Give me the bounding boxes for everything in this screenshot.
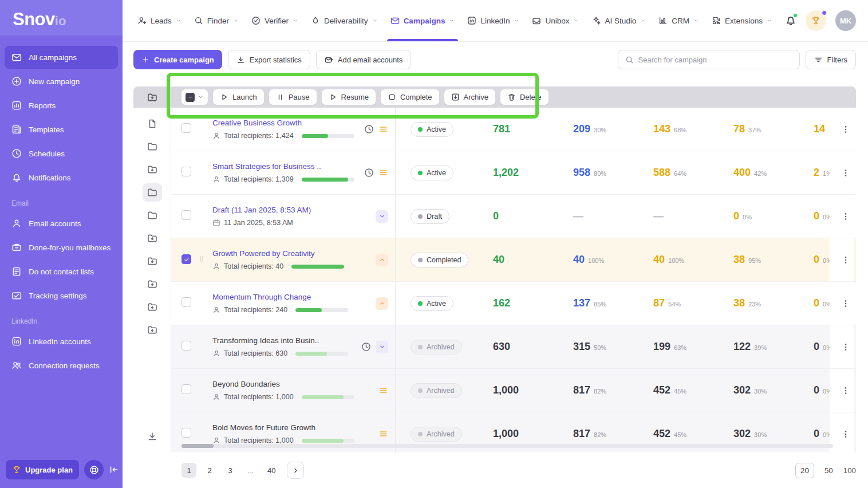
move-to-folder-button[interactable] [133, 86, 171, 108]
filters-button[interactable]: Filters [806, 50, 856, 69]
sidebar-item-email-accounts[interactable]: Email accounts [5, 212, 118, 235]
row-checkbox[interactable] [182, 384, 191, 394]
menu-icon[interactable] [378, 429, 388, 439]
folder-rail-item[interactable] [143, 275, 162, 293]
folder-rail-item[interactable] [143, 206, 162, 225]
sidebar-item-new-campaign[interactable]: New campaign [5, 70, 118, 93]
page-size-20[interactable]: 20 [795, 463, 814, 478]
sidebar-item-all-campaigns[interactable]: All campaigns [5, 46, 118, 69]
pagination-next-button[interactable] [287, 462, 304, 479]
campaign-name[interactable]: Growth Powered by Creativity [212, 249, 344, 258]
campaign-name[interactable]: Beyond Boundaries [212, 380, 354, 388]
search-input[interactable] [638, 56, 792, 64]
nav-item-leads[interactable]: Leads [137, 0, 182, 41]
nav-item-ai-studio[interactable]: AI Studio [591, 0, 646, 41]
collapse-sidebar-button[interactable] [109, 462, 119, 477]
row-kebab-menu-icon[interactable] [841, 125, 850, 134]
linkedin-icon [11, 336, 22, 347]
collapse-button[interactable] [376, 297, 388, 310]
rail-archive-button[interactable] [143, 427, 162, 446]
sidebar-item-tracking-settings[interactable]: Tracking settings [5, 284, 118, 307]
page-button[interactable]: 3 [223, 463, 238, 478]
campaign-name[interactable]: Draft (11 Jan 2025, 8:53 AM) [212, 206, 311, 214]
campaign-name[interactable]: Transforming Ideas into Busin.. [212, 336, 348, 345]
scrollbar-thumb[interactable] [182, 444, 214, 448]
row-kebab-menu-icon[interactable] [841, 212, 850, 221]
nav-item-finder[interactable]: Finder [194, 0, 239, 41]
folder-rail-item[interactable] [143, 252, 162, 270]
folder-rail-item[interactable] [143, 115, 162, 133]
delete-button[interactable]: Delete [500, 89, 549, 105]
folder-rail-item[interactable] [143, 160, 162, 179]
sidebar-item-do-not-contact-lists[interactable]: Do not contact lists [5, 260, 118, 283]
sidebar-item-templates[interactable]: Templates [5, 118, 118, 141]
select-all-checkbox[interactable] [186, 93, 195, 102]
add-email-accounts-button[interactable]: Add email accounts [316, 50, 411, 69]
folder-rail-item[interactable] [143, 298, 162, 316]
row-kebab-menu-icon[interactable] [841, 343, 850, 352]
avatar[interactable]: MK [835, 10, 856, 31]
sidebar-item-connection-requests[interactable]: Connection requests [5, 354, 118, 377]
page-button[interactable]: 40 [264, 463, 279, 478]
export-statistics-button[interactable]: Export statistics [228, 50, 310, 69]
sidebar-item-reports[interactable]: Reports [5, 94, 118, 117]
campaign-name[interactable]: Momentum Through Change [212, 293, 348, 301]
folder-rail-item[interactable] [143, 137, 162, 156]
campaign-name[interactable]: Creative Business Growth [212, 119, 354, 127]
archive-button[interactable]: Archive [444, 89, 495, 105]
menu-icon[interactable] [378, 124, 388, 134]
complete-button[interactable]: Complete [381, 89, 439, 105]
nav-item-unibox[interactable]: Unibox [532, 0, 579, 41]
campaign-name[interactable]: Bold Moves for Future Growth [212, 423, 354, 432]
download-icon [147, 431, 157, 442]
sidebar-item-notifications[interactable]: Notifications [5, 166, 118, 189]
row-checkbox[interactable] [182, 167, 191, 176]
nav-item-extensions[interactable]: Extensions [712, 0, 772, 41]
row-checkbox[interactable] [182, 210, 191, 220]
help-button[interactable] [84, 460, 104, 479]
page-size-100[interactable]: 100 [843, 466, 856, 475]
folder-rail-item[interactable] [143, 321, 162, 339]
row-checkbox[interactable] [182, 254, 191, 264]
logo[interactable]: Snovio [0, 0, 123, 36]
row-checkbox[interactable] [182, 297, 191, 307]
row-kebab-menu-icon[interactable] [841, 299, 850, 308]
row-checkbox[interactable] [182, 123, 191, 133]
drag-handle-icon[interactable] [198, 254, 206, 263]
nav-item-linkedin[interactable]: LinkedIn [467, 0, 519, 41]
expand-button[interactable] [376, 341, 388, 353]
page-button[interactable]: 1 [182, 463, 196, 478]
create-campaign-button[interactable]: Create campaign [133, 50, 222, 69]
campaign-name[interactable]: Smart Strategies for Business .. [212, 162, 354, 171]
folder-rail-item[interactable] [143, 229, 162, 247]
row-checkbox[interactable] [182, 428, 191, 438]
collapse-button[interactable] [376, 254, 388, 266]
nav-item-crm[interactable]: CRM [658, 0, 699, 41]
launch-button[interactable]: Launch [213, 89, 264, 105]
menu-icon[interactable] [378, 385, 388, 395]
row-checkbox[interactable] [182, 341, 191, 351]
notifications-bell-button[interactable] [785, 15, 796, 26]
expand-button[interactable] [376, 210, 388, 223]
rewards-button[interactable] [806, 10, 826, 31]
horizontal-scrollbar[interactable] [182, 444, 833, 448]
nav-item-verifier[interactable]: Verifier [251, 0, 298, 41]
nav-item-campaigns[interactable]: Campaigns [390, 0, 455, 41]
upgrade-plan-button[interactable]: Upgrade plan [6, 460, 79, 479]
nav-item-deliverability[interactable]: Deliverability [311, 0, 378, 41]
pause-button[interactable]: Pause [269, 89, 317, 105]
page-button[interactable]: 2 [202, 463, 217, 478]
resume-button[interactable]: Resume [322, 89, 376, 105]
row-kebab-menu-icon[interactable] [841, 255, 850, 265]
sidebar-item-linkedin-accounts[interactable]: LinkedIn accounts [5, 330, 118, 353]
page-size-50[interactable]: 50 [824, 466, 833, 475]
sidebar-item-done-for-you-mailboxes[interactable]: Done-for-you mailboxes [5, 236, 118, 259]
row-kebab-menu-icon[interactable] [841, 168, 850, 178]
row-kebab-menu-icon[interactable] [841, 386, 850, 395]
folder-rail-item[interactable] [143, 183, 162, 202]
sidebar-item-schedules[interactable]: Schedules [5, 142, 118, 165]
campaign-subtitle: Total recipients: 1,309 [224, 175, 294, 183]
select-all-dropdown[interactable] [182, 89, 208, 105]
row-kebab-menu-icon[interactable] [841, 430, 850, 439]
menu-icon[interactable] [378, 168, 388, 178]
